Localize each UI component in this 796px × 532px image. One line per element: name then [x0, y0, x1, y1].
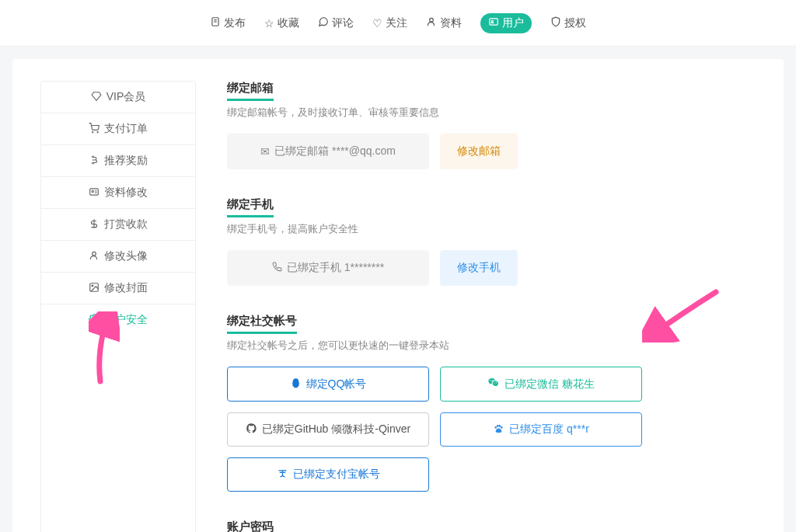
sidebar-item-label: 资料修改: [104, 186, 148, 200]
dollar-icon: [89, 218, 100, 231]
email-status-text: 已绑定邮箱 ****@qq.com: [274, 144, 396, 158]
github-label: 已绑定GitHub 倾微科技-Qinver: [262, 422, 410, 436]
bitcoin-icon: [89, 155, 100, 168]
bind-wechat-button[interactable]: 已绑定微信 糖花生: [440, 367, 642, 402]
idcard-icon: [89, 186, 100, 200]
svg-point-7: [97, 131, 98, 132]
sidebar-item-label: VIP会员: [106, 90, 146, 104]
svg-point-15: [92, 285, 93, 287]
change-phone-button[interactable]: 修改手机: [440, 250, 518, 286]
sidebar-item-avatar[interactable]: 修改头像: [41, 241, 195, 273]
sidebar-item-label: 账户安全: [104, 313, 148, 327]
nav-publish[interactable]: 发布: [210, 16, 246, 30]
bind-baidu-button[interactable]: 已绑定百度 q***r: [440, 412, 642, 447]
svg-point-13: [93, 252, 96, 256]
nav-label: 关注: [386, 16, 407, 30]
svg-point-9: [92, 190, 93, 192]
nav-profile[interactable]: 资料: [426, 16, 462, 30]
nav-favorite[interactable]: ☆ 收藏: [264, 16, 299, 30]
sidebar: VIP会员 支付订单 推荐奖励 资料修改 打赏收款 修改头像 修改封面 账户安: [40, 81, 196, 532]
alipay-icon: [277, 468, 288, 482]
phone-icon: [272, 262, 282, 274]
social-desc: 绑定社交帐号之后，您可以更快速的一键登录本站: [227, 339, 756, 353]
nav-label: 资料: [440, 16, 462, 30]
alipay-label: 已绑定支付宝帐号: [293, 468, 380, 482]
bind-github-button[interactable]: 已绑定GitHub 倾微科技-Qinver: [227, 412, 429, 447]
sidebar-item-label: 修改封面: [104, 281, 148, 295]
cart-icon: [89, 123, 100, 136]
nav-comment[interactable]: 评论: [318, 16, 354, 30]
wechat-icon: [487, 377, 500, 391]
phone-status: 已绑定手机 1********: [227, 250, 429, 286]
sidebar-item-edit[interactable]: 资料修改: [41, 177, 195, 209]
github-icon: [246, 422, 257, 436]
nav-label: 授权: [564, 16, 586, 30]
svg-point-16: [93, 318, 96, 321]
user-icon: [426, 16, 437, 30]
social-title: 绑定社交帐号: [227, 314, 297, 334]
phone-title: 绑定手机: [227, 197, 274, 217]
baidu-label: 已绑定百度 q***r: [509, 422, 589, 436]
social-section: 绑定社交帐号 绑定社交帐号之后，您可以更快速的一键登录本站 绑定QQ帐号 已绑定…: [227, 314, 756, 492]
sidebar-item-orders[interactable]: 支付订单: [41, 113, 195, 145]
file-icon: [210, 16, 221, 30]
sidebar-item-reward[interactable]: 推荐奖励: [41, 145, 195, 177]
wechat-label: 已绑定微信 糖花生: [504, 377, 595, 391]
qq-icon: [290, 377, 302, 391]
star-icon: ☆: [264, 17, 274, 30]
sidebar-item-label: 打赏收款: [104, 217, 148, 231]
nav-label: 用户: [502, 16, 524, 30]
svg-point-18: [497, 425, 499, 427]
sidebar-item-security[interactable]: 账户安全: [41, 304, 195, 336]
user-icon: [89, 250, 100, 263]
nav-label: 发布: [224, 16, 246, 30]
email-desc: 绑定邮箱帐号，及时接收订单、审核等重要信息: [227, 106, 756, 120]
idcard-icon: [488, 16, 499, 30]
svg-point-5: [491, 20, 493, 22]
baidu-icon: [493, 422, 504, 436]
svg-point-20: [501, 426, 503, 429]
sidebar-item-label: 修改头像: [104, 249, 148, 263]
nav-label: 收藏: [278, 16, 299, 30]
diamond-icon: [91, 91, 102, 104]
sidebar-item-vip[interactable]: VIP会员: [41, 82, 195, 113]
svg-rect-4: [490, 19, 498, 25]
sidebar-item-label: 支付订单: [104, 122, 148, 136]
main-container: VIP会员 支付订单 推荐奖励 资料修改 打赏收款 修改头像 修改封面 账户安: [12, 59, 784, 532]
svg-point-19: [499, 425, 501, 427]
sidebar-item-label: 推荐奖励: [104, 154, 148, 168]
email-section: 绑定邮箱 绑定邮箱帐号，及时接收订单、审核等重要信息 ✉ 已绑定邮箱 ****@…: [227, 81, 756, 169]
gear-icon: [89, 314, 100, 327]
nav-label: 评论: [332, 16, 354, 30]
email-title: 绑定邮箱: [227, 81, 274, 101]
sidebar-item-cover[interactable]: 修改封面: [41, 273, 195, 304]
password-title: 账户密码: [227, 520, 274, 532]
nav-follow[interactable]: ♡ 关注: [372, 16, 407, 30]
svg-point-6: [93, 131, 93, 132]
main-content: 绑定邮箱 绑定邮箱帐号，及时接收订单、审核等重要信息 ✉ 已绑定邮箱 ****@…: [227, 81, 756, 532]
svg-point-17: [495, 426, 498, 429]
topnav: 发布 ☆ 收藏 评论 ♡ 关注 资料 用户 授权: [0, 0, 796, 47]
nav-user[interactable]: 用户: [480, 13, 532, 33]
shield-icon: [550, 16, 561, 30]
svg-point-3: [430, 18, 434, 22]
svg-rect-8: [90, 188, 99, 194]
sidebar-item-tip[interactable]: 打赏收款: [41, 209, 195, 241]
bind-alipay-button[interactable]: 已绑定支付宝帐号: [227, 457, 429, 492]
chat-icon: [318, 16, 329, 30]
password-section: 账户密码 定期修改密码有助于账户安全 修改账户密码: [227, 520, 756, 532]
change-email-button[interactable]: 修改邮箱: [440, 134, 518, 169]
phone-desc: 绑定手机号，提高账户安全性: [227, 222, 756, 236]
heart-icon: ♡: [372, 17, 382, 30]
phone-status-text: 已绑定手机 1********: [287, 261, 384, 275]
image-icon: [89, 282, 100, 295]
nav-auth[interactable]: 授权: [550, 16, 586, 30]
envelope-icon: ✉: [260, 145, 270, 158]
email-status: ✉ 已绑定邮箱 ****@qq.com: [227, 134, 429, 169]
phone-section: 绑定手机 绑定手机号，提高账户安全性 已绑定手机 1******** 修改手机: [227, 197, 756, 286]
bind-qq-button[interactable]: 绑定QQ帐号: [227, 367, 429, 402]
qq-label: 绑定QQ帐号: [306, 377, 367, 391]
